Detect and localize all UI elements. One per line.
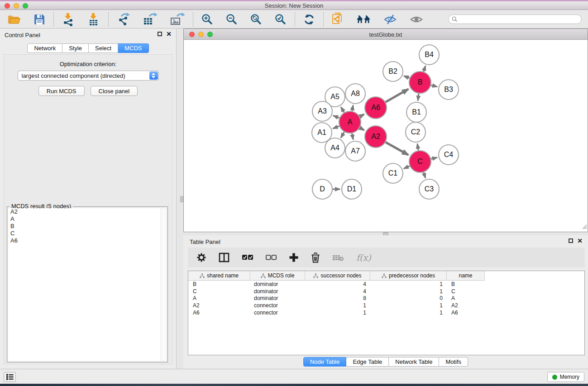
deselect-all-checkboxes-icon[interactable]	[266, 255, 277, 260]
zoom-in-icon[interactable]	[201, 14, 213, 25]
copy-network-icon[interactable]	[332, 13, 344, 26]
tab-network[interactable]: Network	[27, 43, 62, 53]
export-network-icon[interactable]	[117, 13, 130, 26]
table-cell[interactable]: 1	[305, 302, 370, 309]
table-row[interactable]: Cdominator41C	[188, 288, 584, 295]
table-cell[interactable]: A2	[188, 302, 250, 309]
table-settings-gear-icon[interactable]	[196, 253, 206, 262]
task-history-button[interactable]	[4, 372, 16, 382]
graph-node-A2[interactable]: A2	[365, 126, 387, 148]
import-table-file-icon[interactable]	[87, 13, 100, 26]
network-window-titlebar[interactable]: testGlobe.txt	[184, 29, 588, 40]
table-cell[interactable]: A	[188, 295, 250, 301]
zoom-out-icon[interactable]	[226, 14, 238, 25]
graph-edge-A-A6[interactable]	[360, 114, 364, 117]
column-header-name[interactable]: name	[447, 271, 485, 281]
float-table-panel-icon[interactable]	[569, 238, 573, 243]
criterion-select[interactable]: largest connected component (directed)	[18, 71, 159, 81]
mcds-result-item[interactable]: A	[8, 215, 161, 223]
float-panel-icon[interactable]	[158, 32, 162, 36]
graph-edge-A-A7[interactable]	[352, 133, 354, 140]
graph-node-D1[interactable]: D1	[342, 179, 362, 199]
table-cell[interactable]: B	[188, 281, 250, 287]
mcds-result-item[interactable]: B	[8, 223, 161, 230]
graph-node-B3[interactable]: B3	[439, 80, 459, 100]
graph-node-D[interactable]: D	[312, 179, 332, 199]
graph-node-A6[interactable]: A6	[365, 97, 387, 119]
column-header-MCDS-role[interactable]: MCDS role	[250, 271, 305, 281]
home-neighbors-icon[interactable]	[356, 14, 371, 25]
refresh-layout-icon[interactable]	[303, 14, 315, 25]
graph-edge-A-A3[interactable]	[333, 116, 339, 118]
table-cell[interactable]: 8	[305, 295, 370, 301]
save-session-icon[interactable]	[33, 14, 45, 25]
graph-node-C3[interactable]: C3	[419, 179, 439, 199]
network-vertical-scrollbar[interactable]	[180, 196, 183, 202]
graph-edge-A2-C[interactable]	[386, 142, 408, 155]
table-cell[interactable]: A6	[188, 310, 250, 316]
run-mcds-button[interactable]: Run MCDS	[38, 86, 85, 96]
hide-graphics-details-icon[interactable]	[383, 14, 397, 25]
graph-node-A3[interactable]: A3	[312, 101, 332, 121]
table-row[interactable]: Bdominator41B	[188, 281, 584, 288]
column-header-shared-name[interactable]: shared name	[188, 271, 250, 281]
table-cell[interactable]: dominator	[250, 281, 305, 287]
table-cell[interactable]: connector	[250, 302, 305, 309]
table-row[interactable]: Adominator80A	[188, 295, 584, 302]
tab-edge-table[interactable]: Edge Table	[346, 357, 389, 367]
table-cell[interactable]: A2	[447, 302, 485, 309]
mcds-result-item[interactable]: A2	[8, 208, 161, 215]
table-cell[interactable]: A6	[447, 310, 485, 316]
memory-button[interactable]: Memory	[547, 372, 584, 382]
column-view-icon[interactable]	[219, 253, 229, 262]
graph-edge-B-B1[interactable]	[418, 94, 419, 100]
delete-column-icon[interactable]	[311, 253, 320, 263]
graph-edge-C-C4[interactable]	[431, 157, 437, 159]
table-cell[interactable]: dominator	[250, 288, 305, 295]
table-cell[interactable]: 1	[370, 288, 447, 295]
graph-edge-A-A5[interactable]	[341, 107, 344, 112]
graph-edge-C-C1[interactable]	[404, 166, 410, 169]
select-all-checkboxes-icon[interactable]	[242, 254, 253, 261]
import-network-file-icon[interactable]	[62, 13, 75, 26]
graph-edge-A-A8[interactable]	[352, 105, 353, 111]
graph-node-B[interactable]: B	[409, 71, 431, 93]
search-field[interactable]	[448, 14, 582, 24]
zoom-selected-icon[interactable]	[275, 14, 287, 25]
graph-node-C4[interactable]: C4	[439, 145, 459, 165]
search-input[interactable]	[459, 15, 581, 23]
mcds-result-item[interactable]: A6	[8, 237, 161, 244]
table-cell[interactable]: C	[447, 288, 485, 295]
graph-edge-C-C3[interactable]	[424, 172, 425, 178]
table-cell[interactable]: B	[447, 281, 485, 287]
mcds-result-item[interactable]: C	[8, 230, 161, 237]
table-cell[interactable]: 1	[305, 310, 370, 316]
graph-node-A4[interactable]: A4	[325, 138, 345, 158]
add-column-icon[interactable]	[289, 253, 299, 262]
graph-node-C1[interactable]: C1	[383, 163, 403, 183]
graph-edge-A6-B[interactable]	[386, 89, 408, 102]
graph-edge-A-A4[interactable]	[341, 132, 344, 138]
close-panel-icon[interactable]: ✕	[166, 31, 172, 37]
graph-node-B4[interactable]: B4	[419, 45, 439, 65]
graph-node-C2[interactable]: C2	[406, 122, 425, 142]
graph-node-B2[interactable]: B2	[383, 62, 403, 81]
table-cell[interactable]: connector	[250, 310, 305, 316]
tab-motifs[interactable]: Motifs	[439, 357, 468, 367]
graph-node-A8[interactable]: A8	[345, 84, 365, 104]
table-cell[interactable]: 4	[305, 281, 370, 287]
tab-style[interactable]: Style	[62, 43, 89, 53]
graph-edge-C-C2[interactable]	[417, 144, 418, 151]
tab-network-table[interactable]: Network Table	[389, 357, 439, 367]
close-table-panel-icon[interactable]: ✕	[577, 238, 583, 243]
tab-node-table[interactable]: Node Table	[303, 357, 347, 367]
graph-edge-A-A2[interactable]	[360, 128, 364, 130]
table-cell[interactable]: A	[447, 295, 485, 301]
tab-mcds[interactable]: MCDS	[118, 43, 148, 53]
show-graphics-details-icon[interactable]	[410, 14, 423, 25]
column-header-successor-nodes[interactable]: successor nodes	[305, 271, 370, 281]
open-session-icon[interactable]	[7, 14, 21, 25]
graph-node-A[interactable]: A	[339, 111, 361, 133]
table-row[interactable]: A2connector11A2	[188, 302, 584, 309]
column-header-predecessor-nodes[interactable]: predecessor nodes	[370, 271, 447, 281]
